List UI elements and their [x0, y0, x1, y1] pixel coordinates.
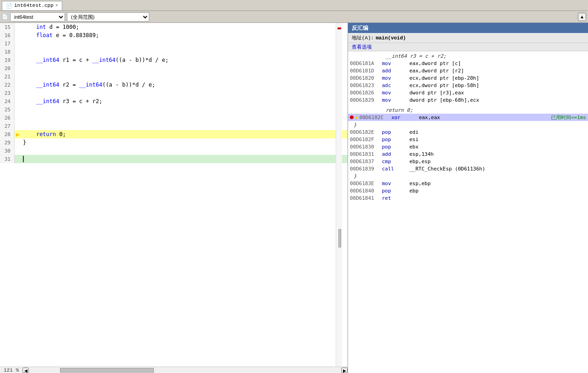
- disasm-code-comment-3: }: [348, 121, 588, 128]
- disasm-current-line: ▶ 00D6182C xor eax,eax 已用时间<=1ms: [348, 114, 588, 121]
- code-minimap: [336, 23, 342, 367]
- code-line-25: 25: [0, 105, 348, 114]
- tab-file-icon: 📄: [6, 3, 12, 9]
- code-line-31: 31: [0, 155, 348, 163]
- current-line-arrow: ▶: [16, 131, 20, 138]
- main-layout: 15 int d = 1000; 16 float e = 0.883889; …: [0, 23, 588, 373]
- code-line-17: 17: [0, 39, 348, 48]
- tab-int64test[interactable]: 📄 int64test.cpp ×: [2, 1, 62, 10]
- code-line-23: 23: [0, 89, 348, 97]
- code-line-18: 18: [0, 48, 348, 56]
- disasm-arrow: ▶: [355, 115, 359, 121]
- file-icon: 📄: [2, 14, 8, 20]
- disasm-line-15: 00D61841 ret: [348, 194, 588, 202]
- right-panel: 反汇编 地址(A): main(void) 查看选项 __int64 r3 = …: [348, 23, 588, 373]
- disasm-line-6: 00D61829 mov dword ptr [ebp-68h],ecx: [348, 96, 588, 104]
- code-line-15: 15 int d = 1000;: [0, 23, 348, 31]
- disasm-line-11: 00D61837 cmp ebp,esp: [348, 158, 588, 165]
- code-area[interactable]: 15 int d = 1000; 16 float e = 0.883889; …: [0, 23, 348, 367]
- disasm-line-14: 00D61840 pop ebp: [348, 187, 588, 194]
- disasm-line-4: 00D61823 adc ecx,dword ptr [ebp-58h]: [348, 82, 588, 89]
- code-line-30: 30: [0, 147, 348, 155]
- disasm-line-12: 00D61839 call __RTC_CheckEsp (0D61136h): [348, 165, 588, 172]
- disasm-line-13: 00D6183E mov esp,ebp: [348, 180, 588, 187]
- disasm-bp-dot: [350, 115, 354, 119]
- disasm-code-comment-2: return 0;: [348, 106, 588, 114]
- code-line-20: 20: [0, 64, 348, 72]
- hscroll-thumb[interactable]: [60, 368, 154, 373]
- code-hscroll: 121 % ◀ ▶: [0, 367, 348, 373]
- disasm-title: 反汇编: [352, 24, 368, 32]
- code-line-16: 16 float e = 0.883889;: [0, 31, 348, 39]
- disasm-line-1: 00D6181A mov eax,dword ptr [c]: [348, 60, 588, 67]
- disasm-timing: 已用时间<=1ms: [551, 114, 586, 121]
- code-line-29: 29 }: [0, 138, 348, 147]
- disasm-content[interactable]: __int64 r3 = c + r2; 00D6181A mov eax,dw…: [348, 51, 588, 373]
- code-line-26: 26: [0, 114, 348, 122]
- code-line-24: 24 __int64 r3 = c + r2;: [0, 97, 348, 105]
- disasm-view-options: 查看选项: [348, 43, 588, 51]
- tab-close-button[interactable]: ×: [55, 3, 58, 8]
- file-dropdown[interactable]: int64test: [10, 12, 65, 22]
- disasm-line-9: 00D61830 pop ebx: [348, 143, 588, 150]
- tab-bar: 📄 int64test.cpp ×: [0, 0, 588, 11]
- disasm-line-8: 00D6182F pop esi: [348, 136, 588, 143]
- tab-label: int64test.cpp: [14, 3, 54, 8]
- disasm-toolbar: 地址(A): main(void): [348, 33, 588, 43]
- disasm-addr-label: 地址(A):: [352, 34, 374, 41]
- disasm-line-2: 00D6181D add eax,dword ptr [r2]: [348, 67, 588, 74]
- disasm-line-5: 00D61826 mov dword ptr [r3],eax: [348, 89, 588, 96]
- disasm-code-comment-1: __int64 r3 = c + r2;: [348, 52, 588, 60]
- disasm-header: 反汇编: [348, 23, 588, 33]
- disasm-line-10: 00D61831 add esp,134h: [348, 150, 588, 158]
- minimap-scroll-thumb[interactable]: [338, 229, 341, 247]
- toolbar-row: 📄 int64test (全局范围) ▲: [0, 11, 588, 23]
- zoom-right-button[interactable]: ▶: [341, 368, 348, 373]
- code-line-22: 22 __int64 r2 = __int64((a - b))*d / e;: [0, 81, 348, 89]
- disasm-addr-value: main(void): [376, 35, 406, 41]
- zoom-label: 121 %: [0, 368, 22, 373]
- code-panel: 15 int d = 1000; 16 float e = 0.883889; …: [0, 23, 348, 373]
- code-line-19: 19 __int64 r1 = c + __int64((a - b))*d /…: [0, 56, 348, 64]
- disasm-line-3: 00D61820 mov ecx,dword ptr [ebp-20h]: [348, 74, 588, 82]
- code-line-27: 27: [0, 122, 348, 130]
- view-options-link[interactable]: 查看选项: [352, 44, 372, 50]
- scope-dropdown[interactable]: (全局范围): [67, 12, 149, 22]
- disasm-expand-button[interactable]: ▲: [578, 13, 586, 21]
- zoom-down-button[interactable]: ◀: [22, 368, 29, 373]
- minimap-mark-bp: [338, 27, 341, 29]
- disasm-line-7: 00D6182E pop edi: [348, 128, 588, 136]
- hscroll-track[interactable]: [29, 368, 341, 373]
- code-line-21: 21: [0, 72, 348, 81]
- code-line-28: 28 ▶ return 0;: [0, 130, 348, 138]
- disasm-code-comment-4: }: [348, 172, 588, 180]
